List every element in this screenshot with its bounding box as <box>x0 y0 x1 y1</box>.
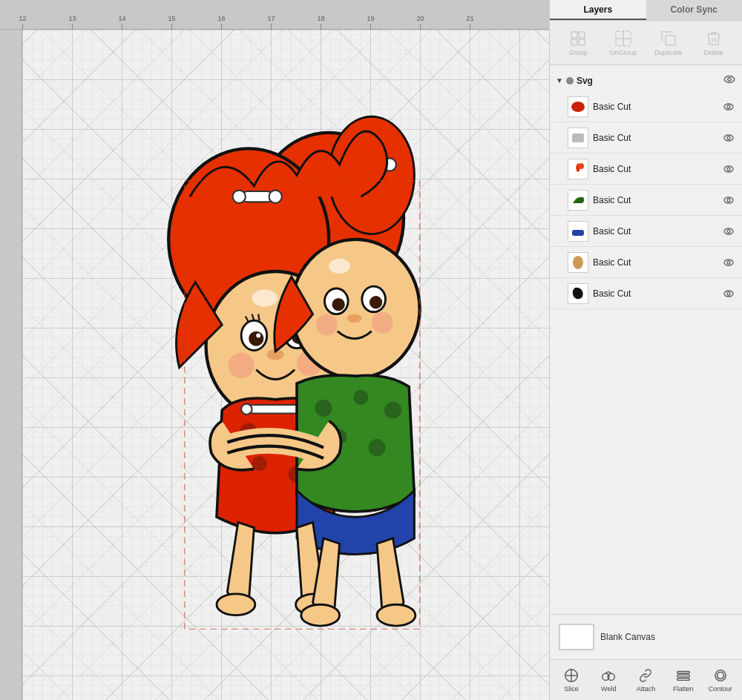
svg-point-27 <box>347 314 362 323</box>
svg-point-77 <box>727 261 730 264</box>
layer-eye-4[interactable] <box>721 193 736 208</box>
contour-button[interactable]: Contour <box>704 667 737 693</box>
layer-label-3: Basic Cut <box>593 164 717 174</box>
svg-point-72 <box>724 228 733 234</box>
svg-point-48 <box>329 259 350 274</box>
svg-rect-53 <box>579 39 585 45</box>
svg-point-7 <box>233 191 246 203</box>
group-button[interactable]: Group <box>559 24 597 62</box>
layer-item-6[interactable]: Basic Cut <box>550 247 742 278</box>
svg-point-67 <box>724 166 733 172</box>
svg-point-39 <box>353 390 368 405</box>
svg-rect-71 <box>572 230 584 236</box>
svg-point-62 <box>727 105 730 108</box>
layer-eye-5[interactable] <box>721 224 736 239</box>
layer-thumbnail-3 <box>568 159 588 179</box>
svg-point-43 <box>217 594 255 615</box>
layer-eye-1[interactable] <box>721 99 736 114</box>
character-container <box>67 89 527 667</box>
svg-point-38 <box>315 400 332 417</box>
svg-point-68 <box>727 168 730 171</box>
slice-button[interactable]: Slice <box>555 667 588 693</box>
layer-label-5: Basic Cut <box>593 226 717 237</box>
svg-point-40 <box>384 402 401 419</box>
layer-thumbnail-5 <box>568 221 588 242</box>
svg-point-46 <box>377 604 416 626</box>
svg-point-14 <box>256 334 260 338</box>
svg-point-60 <box>571 102 585 112</box>
flatten-button[interactable]: Flatten <box>667 667 700 693</box>
layer-label-1: Basic Cut <box>593 102 717 112</box>
layer-label-2: Basic Cut <box>593 133 717 143</box>
layer-item-1[interactable]: Basic Cut <box>550 91 742 122</box>
svg-rect-63 <box>572 133 584 142</box>
duplicate-button[interactable]: Duplicate <box>650 24 687 62</box>
bottom-toolbar: Slice Weld Attach Flatten <box>550 659 742 700</box>
svg-group-eye[interactable] <box>723 73 736 88</box>
blank-canvas-label: Blank Canvas <box>600 632 655 642</box>
svg-line-18 <box>258 314 259 321</box>
svg-rect-52 <box>571 39 577 45</box>
tab-layers[interactable]: Layers <box>550 0 646 20</box>
layer-item-2[interactable]: Basic Cut <box>550 122 742 153</box>
svg-rect-86 <box>677 675 689 677</box>
layer-thumbnail-2 <box>568 128 588 148</box>
layer-eye-6[interactable] <box>721 255 736 270</box>
svg-point-42 <box>368 439 385 456</box>
ruler-marks: 12 13 14 15 16 17 18 19 20 21 <box>22 0 549 30</box>
svg-point-45 <box>301 604 340 626</box>
svg-point-20 <box>229 352 255 378</box>
svg-point-47 <box>252 289 278 306</box>
blank-canvas-row[interactable]: Blank Canvas <box>556 621 736 653</box>
ruler-left <box>0 30 22 700</box>
svg-point-25 <box>332 298 345 311</box>
svg-group-header[interactable]: ▼ Svg <box>550 70 742 91</box>
canvas-area[interactable]: 12 13 14 15 16 17 18 19 20 21 <box>0 0 549 700</box>
svg-point-73 <box>727 230 730 233</box>
svg-rect-85 <box>677 672 689 674</box>
svg-rect-50 <box>571 32 577 38</box>
delete-button[interactable]: Delete <box>695 24 732 62</box>
toolbar-row: Group UnGroup Duplicate Delet <box>550 21 742 65</box>
tabs[interactable]: Layers Color Sync <box>550 0 742 21</box>
svg-point-26 <box>370 296 382 308</box>
ruler-top: 12 13 14 15 16 17 18 19 20 21 <box>0 0 549 30</box>
grid-canvas[interactable] <box>22 30 549 700</box>
layer-eye-2[interactable] <box>721 131 736 145</box>
layer-item-7[interactable]: Basic Cut <box>550 278 742 309</box>
layer-label-7: Basic Cut <box>593 288 717 299</box>
svg-point-36 <box>241 404 252 415</box>
svg-point-61 <box>724 104 733 110</box>
bottom-section: Blank Canvas <box>550 614 742 659</box>
svg-rect-51 <box>579 32 585 38</box>
svg-point-29 <box>372 312 393 334</box>
svg-point-69 <box>724 197 733 203</box>
svg-point-8 <box>269 191 282 203</box>
tab-color-sync[interactable]: Color Sync <box>646 0 743 20</box>
layer-item-5[interactable]: Basic Cut <box>550 216 742 247</box>
layer-item-4[interactable]: Basic Cut <box>550 185 742 216</box>
collapse-arrow-icon: ▼ <box>556 76 563 85</box>
layer-eye-3[interactable] <box>721 162 736 176</box>
layer-tree[interactable]: ▼ Svg Basic Cut <box>550 65 742 614</box>
ungroup-button[interactable]: UnGroup <box>605 24 642 62</box>
svg-point-79 <box>727 292 730 295</box>
attach-button[interactable]: Attach <box>629 667 662 693</box>
svg-point-78 <box>724 291 733 297</box>
svg-point-33 <box>252 456 267 471</box>
layer-item-3[interactable]: Basic Cut <box>550 153 742 185</box>
blank-canvas-thumb <box>559 624 594 650</box>
svg-rect-57 <box>666 36 675 45</box>
svg-rect-87 <box>677 678 689 681</box>
weld-button[interactable]: Weld <box>592 667 625 693</box>
right-panel: Layers Color Sync Group UnGroup <box>549 0 742 700</box>
svg-point-70 <box>727 199 730 202</box>
layer-thumbnail-1 <box>568 96 588 117</box>
layer-thumbnail-4 <box>568 190 588 211</box>
svg-point-12 <box>249 331 263 346</box>
svg-point-58 <box>724 76 735 83</box>
svg-group-dot <box>566 77 574 85</box>
layer-thumbnail-7 <box>568 283 588 304</box>
svg-point-76 <box>724 260 733 265</box>
layer-eye-7[interactable] <box>721 286 736 301</box>
